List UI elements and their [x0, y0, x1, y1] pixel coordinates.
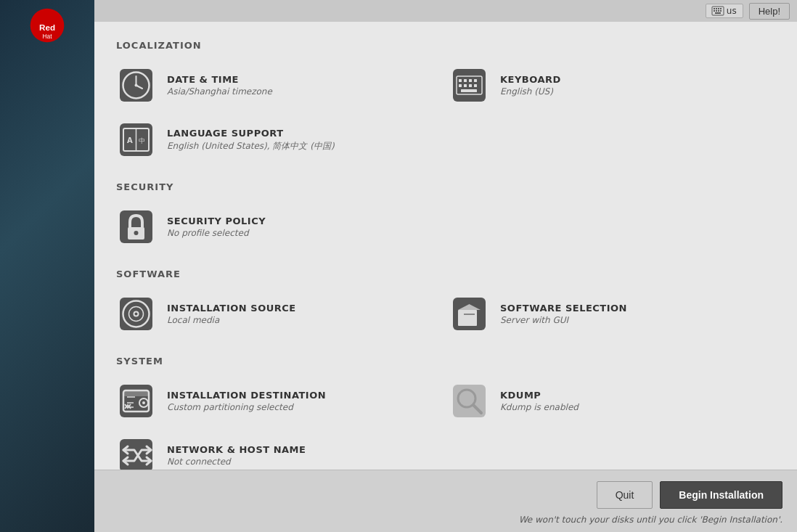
software-selection-text: SOFTWARE SELECTION Server with GUI [500, 303, 775, 325]
svg-text:Red: Red [39, 22, 55, 32]
begin-installation-button[interactable]: Begin Installation [660, 481, 782, 509]
svg-rect-28 [461, 89, 477, 92]
keyboard-small-icon [712, 7, 724, 15]
language-icon: A 中 [116, 120, 156, 160]
security-policy-item[interactable]: SECURITY POLICY No profile selected [116, 203, 442, 250]
installation-destination-text: INSTALLATION DESTINATION Custom partitio… [167, 390, 442, 412]
section-security: SECURITY SECURITY POLICY No profile sele [116, 181, 775, 250]
svg-rect-5 [716, 8, 717, 9]
section-title-localization: LOCALIZATION [116, 40, 775, 51]
installation-destination-subtitle: Custom partitioning selected [167, 402, 442, 412]
installation-source-title: INSTALLATION SOURCE [167, 303, 442, 314]
svg-rect-20 [459, 79, 462, 82]
svg-text:Hat: Hat [43, 33, 53, 40]
svg-rect-43 [458, 310, 477, 326]
installation-source-text: INSTALLATION SOURCE Local media [167, 303, 442, 325]
network-icon [116, 435, 156, 470]
lock-icon [116, 207, 156, 247]
keyboard-indicator: us [706, 4, 743, 18]
keyboard-title: KEYBOARD [500, 74, 775, 85]
sidebar: Red Hat [0, 0, 94, 532]
installation-source-icon-container [116, 294, 156, 334]
section-software: SOFTWARE INSTALLATION SOURCE [116, 269, 775, 337]
keyboard-icon-container [449, 65, 489, 105]
search-icon [449, 381, 489, 421]
package-icon [449, 294, 489, 334]
date-time-text: DATE & TIME Asia/Shanghai timezone [167, 74, 442, 97]
section-system: SYSTEM [116, 356, 775, 470]
scroll-area: LOCALIZATION DATE & TIME [94, 22, 797, 470]
svg-rect-7 [720, 8, 722, 9]
security-policy-text: SECURITY POLICY No profile selected [167, 216, 442, 238]
svg-rect-26 [469, 84, 472, 87]
keyboard-item[interactable]: KEYBOARD English (US) [449, 62, 775, 109]
kdump-icon-container [449, 381, 489, 421]
date-time-icon-container [116, 65, 156, 105]
svg-rect-9 [716, 10, 717, 12]
section-title-system: SYSTEM [116, 356, 775, 367]
system-grid: INSTALLATION DESTINATION Custom partitio… [116, 377, 775, 470]
language-text: LANGUAGE SUPPORT English (United States)… [167, 128, 442, 152]
svg-point-36 [134, 231, 139, 235]
installation-source-subtitle: Local media [167, 315, 442, 325]
software-selection-title: SOFTWARE SELECTION [500, 303, 775, 314]
svg-rect-22 [469, 79, 472, 82]
installation-source-item[interactable]: INSTALLATION SOURCE Local media [116, 290, 442, 337]
keyboard-icon [449, 65, 489, 105]
quit-button[interactable]: Quit [597, 481, 653, 509]
network-title: NETWORK & HOST NAME [167, 444, 442, 455]
bottom-note: We won't touch your disks until you clic… [519, 515, 782, 525]
svg-text:A: A [127, 136, 133, 144]
language-icon-container: A 中 [116, 120, 156, 160]
section-localization: LOCALIZATION DATE & TIME [116, 40, 775, 163]
svg-rect-11 [720, 10, 722, 12]
security-policy-subtitle: No profile selected [167, 228, 442, 238]
svg-rect-25 [464, 84, 467, 87]
kdump-title: KDUMP [500, 390, 775, 401]
security-policy-title: SECURITY POLICY [167, 216, 442, 226]
network-item[interactable]: NETWORK & HOST NAME Not connected [116, 432, 442, 470]
svg-rect-27 [474, 84, 477, 87]
installation-destination-item[interactable]: INSTALLATION DESTINATION Custom partitio… [116, 377, 442, 425]
security-policy-icon-container [116, 207, 156, 247]
network-subtitle: Not connected [167, 457, 442, 467]
svg-rect-6 [718, 8, 719, 9]
software-selection-item[interactable]: SOFTWARE SELECTION Server with GUI [449, 290, 775, 337]
localization-grid: DATE & TIME Asia/Shanghai timezone [116, 62, 775, 163]
section-title-security: SECURITY [116, 181, 775, 192]
disc-icon [116, 294, 156, 334]
harddisk-icon [116, 381, 156, 421]
svg-rect-8 [714, 10, 715, 12]
button-row: Quit Begin Installation [597, 481, 782, 509]
svg-point-50 [142, 401, 145, 404]
kdump-item[interactable]: KDUMP Kdump is enabled [449, 377, 775, 425]
svg-rect-48 [123, 390, 149, 396]
software-grid: INSTALLATION SOURCE Local media [116, 290, 775, 337]
svg-rect-4 [714, 8, 715, 9]
kdump-subtitle: Kdump is enabled [500, 402, 775, 412]
software-selection-icon-container [449, 294, 489, 334]
svg-rect-23 [474, 79, 477, 82]
language-title: LANGUAGE SUPPORT [167, 128, 442, 139]
installation-destination-icon-container [116, 381, 156, 421]
installation-destination-title: INSTALLATION DESTINATION [167, 390, 442, 401]
date-time-title: DATE & TIME [167, 74, 442, 85]
clock-icon [116, 65, 156, 105]
keyboard-lang: us [727, 6, 737, 16]
redhat-logo-icon: Red Hat [29, 7, 65, 44]
language-item[interactable]: A 中 LANGUAGE SUPPORT English (United Sta… [116, 116, 442, 163]
svg-rect-21 [464, 79, 467, 82]
svg-rect-12 [715, 12, 721, 14]
security-grid: SECURITY POLICY No profile selected [116, 203, 775, 250]
bottom-bar: Quit Begin Installation We won't touch y… [94, 470, 797, 532]
date-time-item[interactable]: DATE & TIME Asia/Shanghai timezone [116, 62, 442, 109]
svg-rect-10 [718, 10, 719, 12]
kdump-text: KDUMP Kdump is enabled [500, 390, 775, 412]
svg-point-41 [135, 313, 138, 316]
svg-rect-24 [459, 84, 462, 87]
top-bar: us Help! [94, 0, 797, 22]
help-button[interactable]: Help! [749, 3, 790, 20]
logo: Red Hat [29, 7, 65, 44]
section-title-software: SOFTWARE [116, 269, 775, 279]
svg-point-17 [135, 84, 138, 87]
